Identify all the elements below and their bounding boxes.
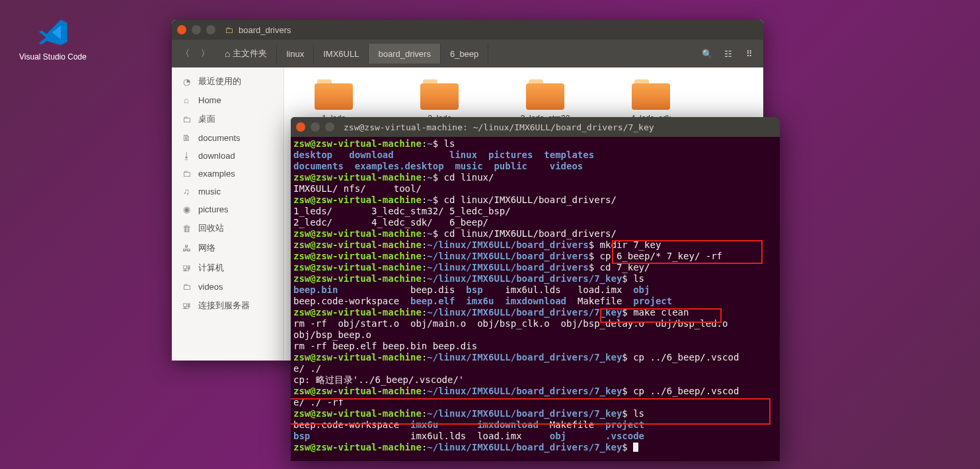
- breadcrumb-label: board_drivers: [378, 49, 431, 59]
- sidebar-item-label: 桌面: [198, 113, 215, 125]
- terminal-line-14: beep.code-workspace beep.elf imx6u imxdo…: [293, 296, 777, 307]
- sidebar-item-icon: ◉: [181, 204, 192, 214]
- sidebar-item-3[interactable]: 🗎documents: [172, 129, 283, 147]
- sidebar-item-label: music: [198, 187, 221, 196]
- sidebar-item-label: Home: [198, 95, 221, 105]
- sidebar-item-8[interactable]: 🗑回收站: [172, 218, 283, 238]
- terminal-titlebar[interactable]: zsw@zsw-virtual-machine: ~/linux/IMX6ULL…: [291, 117, 780, 137]
- back-button[interactable]: 〈: [176, 44, 194, 63]
- sidebar-item-7[interactable]: ◉pictures: [172, 200, 283, 218]
- sidebar-item-label: documents: [198, 133, 241, 143]
- sidebar-item-label: examples: [198, 169, 235, 179]
- sidebar-item-label: pictures: [198, 204, 229, 214]
- minimize-icon[interactable]: [311, 122, 320, 132]
- sidebar-item-icon: 🖳: [181, 301, 192, 311]
- terminal-line-24: zsw@zsw-virtual-machine:~/linux/IMX6ULL/…: [293, 408, 777, 419]
- sidebar-item-icon: 🗀: [181, 282, 192, 292]
- sidebar-item-icon: 🗀: [181, 114, 192, 124]
- breadcrumb-0[interactable]: ⌂主文件夹: [215, 44, 277, 64]
- folder-icon: [632, 79, 670, 110]
- terminal-title: zsw@zsw-virtual-machine: ~/linux/IMX6ULL…: [344, 122, 654, 132]
- grid-view-icon[interactable]: ⠿: [739, 44, 759, 64]
- terminal-line-9: zsw@zsw-virtual-machine:~/linux/IMX6ULL/…: [293, 239, 777, 251]
- sidebar-item-icon: ⌂: [181, 95, 192, 105]
- terminal-line-5: zsw@zsw-virtual-machine:~$ cd linux/IMX6…: [293, 194, 777, 206]
- sidebar-item-label: videos: [198, 282, 223, 292]
- minimize-icon[interactable]: [192, 25, 201, 34]
- window-title: board_drivers: [239, 25, 291, 35]
- path-bar: 〈 〉 ⌂主文件夹linuxIMX6ULLboard_drivers6_beep…: [172, 40, 763, 67]
- terminal-line-7: 2_ledc/ 4_ledc_sdk/ 6_beep/: [293, 217, 777, 228]
- close-icon[interactable]: [177, 25, 186, 34]
- vscode-icon: [37, 17, 69, 48]
- desktop-icon-label: Visual Studio Code: [13, 52, 93, 62]
- sidebar-item-6[interactable]: ♫music: [172, 183, 283, 200]
- breadcrumb-label: IMX6ULL: [323, 49, 359, 59]
- terminal-line-23: e/ ./ -rf: [293, 397, 777, 408]
- sidebar-item-label: 计算机: [198, 262, 224, 274]
- sidebar-item-0[interactable]: ◔最近使用的: [172, 71, 283, 91]
- sidebar-item-12[interactable]: 🖳连接到服务器: [172, 296, 283, 316]
- sidebar-item-label: download: [198, 151, 235, 161]
- folder-small-icon: 🗀: [225, 25, 233, 35]
- sidebar-item-icon: ⭳: [181, 151, 192, 161]
- sidebar-item-icon: 🗎: [181, 133, 192, 143]
- terminal-line-1: desktop download linux pictures template…: [293, 149, 777, 161]
- terminal-line-12: zsw@zsw-virtual-machine:~/linux/IMX6ULL/…: [293, 273, 777, 284]
- sidebar-item-label: 网络: [198, 242, 215, 254]
- breadcrumb-2[interactable]: IMX6ULL: [314, 44, 369, 64]
- maximize-icon[interactable]: [325, 122, 334, 132]
- folder-icon: [526, 79, 564, 110]
- terminal-line-17: obj/bsp_beep.o: [293, 329, 777, 341]
- sidebar: ◔最近使用的⌂Home🗀桌面🗎documents⭳download🗀exampl…: [172, 67, 284, 361]
- forward-button[interactable]: 〉: [196, 44, 214, 63]
- search-icon[interactable]: 🔍: [697, 44, 717, 64]
- terminal-line-16: rm -rf obj/start.o obj/main.o obj/bsp_cl…: [293, 318, 777, 329]
- sidebar-item-9[interactable]: 🖧网络: [172, 238, 283, 258]
- sidebar-item-11[interactable]: 🗀videos: [172, 278, 283, 296]
- terminal-line-25: beep.code-workspace imx6u imxdownload Ma…: [293, 419, 777, 431]
- sidebar-item-10[interactable]: 🖳计算机: [172, 258, 283, 278]
- folder-icon: [315, 79, 353, 110]
- close-icon[interactable]: [296, 122, 305, 132]
- file-manager-titlebar[interactable]: 🗀 board_drivers: [172, 20, 763, 40]
- breadcrumb-label: linux: [286, 49, 304, 59]
- home-icon: ⌂: [225, 48, 230, 59]
- sidebar-item-icon: 🖧: [181, 243, 192, 253]
- sidebar-item-icon: ♫: [181, 187, 192, 196]
- desktop-icon-vscode[interactable]: Visual Studio Code: [13, 17, 93, 62]
- sidebar-item-2[interactable]: 🗀桌面: [172, 109, 283, 129]
- breadcrumb-3[interactable]: board_drivers: [369, 44, 441, 64]
- terminal-line-22: zsw@zsw-virtual-machine:~/linux/IMX6ULL/…: [293, 386, 777, 397]
- terminal-cursor: [633, 443, 638, 452]
- terminal-line-0: zsw@zsw-virtual-machine:~$ ls: [293, 138, 777, 149]
- terminal-line-21: cp: 略过目录'../6_beep/.vscode/': [293, 374, 777, 386]
- breadcrumb-label: 主文件夹: [233, 48, 267, 60]
- breadcrumb-1[interactable]: linux: [277, 44, 314, 64]
- breadcrumb-4[interactable]: 6_beep: [441, 44, 488, 64]
- sidebar-item-label: 连接到服务器: [198, 300, 250, 312]
- maximize-icon[interactable]: [206, 25, 215, 34]
- terminal-line-13: beep.bin beep.dis bsp imx6ul.lds load.im…: [293, 284, 777, 296]
- sidebar-item-4[interactable]: ⭳download: [172, 147, 283, 165]
- terminal-line-8: zsw@zsw-virtual-machine:~$ cd linux/IMX6…: [293, 228, 777, 239]
- terminal-line-27: zsw@zsw-virtual-machine:~/linux/IMX6ULL/…: [293, 442, 777, 453]
- terminal-body[interactable]: zsw@zsw-virtual-machine:~$ lsdesktop dow…: [291, 137, 780, 461]
- terminal-line-18: rm -rf beep.elf beep.bin beep.dis: [293, 341, 777, 352]
- terminal-window: zsw@zsw-virtual-machine: ~/linux/IMX6ULL…: [291, 117, 780, 461]
- terminal-line-11: zsw@zsw-virtual-machine:~/linux/IMX6ULL/…: [293, 262, 777, 273]
- list-view-icon[interactable]: ☷: [718, 44, 738, 64]
- breadcrumb-label: 6_beep: [450, 49, 478, 59]
- terminal-line-6: 1_leds/ 3_ledc_stm32/ 5_ledc_bsp/: [293, 206, 777, 217]
- terminal-line-10: zsw@zsw-virtual-machine:~/linux/IMX6ULL/…: [293, 251, 777, 262]
- terminal-line-2: documents examples.desktop music public …: [293, 161, 777, 172]
- sidebar-item-label: 最近使用的: [198, 75, 241, 87]
- sidebar-item-icon: 🗑: [181, 224, 192, 234]
- terminal-line-26: bsp imx6ul.lds load.imx obj .vscode: [293, 431, 777, 442]
- terminal-line-19: zsw@zsw-virtual-machine:~/linux/IMX6ULL/…: [293, 352, 777, 363]
- sidebar-item-label: 回收站: [198, 222, 224, 234]
- sidebar-item-5[interactable]: 🗀examples: [172, 165, 283, 183]
- terminal-line-15: zsw@zsw-virtual-machine:~/linux/IMX6ULL/…: [293, 307, 777, 318]
- terminal-line-20: e/ ./: [293, 363, 777, 374]
- sidebar-item-1[interactable]: ⌂Home: [172, 91, 283, 109]
